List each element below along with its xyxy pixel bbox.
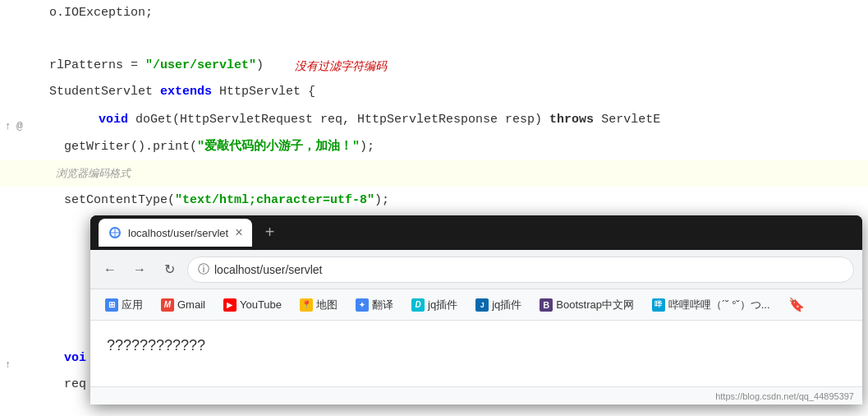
- jq-dict-icon: D: [411, 298, 425, 312]
- secure-icon: ⓘ: [198, 262, 209, 277]
- forward-button[interactable]: →: [128, 258, 151, 281]
- bookmark-bilibili-label: 哔哩哔哩（´˘ °˘）つ...: [668, 298, 770, 312]
- tab-close-button[interactable]: ×: [235, 226, 242, 239]
- code-req: req: [49, 372, 86, 398]
- keyword-extends: extends: [160, 79, 212, 105]
- address-url: localhost/user/servlet: [214, 263, 323, 276]
- bookmark-more[interactable]: 🔖: [782, 294, 811, 316]
- bookmark-translate[interactable]: ✦ 翻译: [349, 294, 400, 316]
- annotation-no-filter: 没有过滤字符编码: [295, 53, 387, 79]
- bookmark-translate-label: 翻译: [372, 298, 393, 312]
- code-string-7: "爱敲代码的小游子，加油！": [197, 134, 360, 160]
- bookmark-jq-dict-label: jq插件: [428, 298, 457, 312]
- browser-status-bar: https://blog.csdn.net/qq_44895397: [90, 386, 862, 404]
- back-button[interactable]: ←: [99, 258, 122, 281]
- code-vo: vo: [49, 345, 79, 372]
- code-line-9: setContentType("text/html;character=utf-…: [0, 187, 868, 214]
- bookmark-jq-dict[interactable]: D jq插件: [405, 294, 464, 316]
- code-text-9a: setContentType(: [49, 187, 175, 214]
- bookmark-apps[interactable]: ⊞ 应用: [99, 294, 149, 316]
- code-line-8: 浏览器编码格式: [0, 160, 868, 187]
- bookmark-apps-label: 应用: [122, 298, 143, 312]
- bookmark-bootstrap[interactable]: B Bootstrap中文网: [533, 294, 641, 316]
- code-string-3: "/user/servlet": [145, 53, 256, 79]
- code-line-4: StudentServlet extends HttpServlet {: [0, 79, 868, 105]
- bookmark-maps[interactable]: 📍 地图: [293, 294, 344, 316]
- code-string-9: "text/html;character=utf-8": [175, 187, 374, 214]
- globe-icon: [109, 227, 121, 238]
- code-text-3a: rlPatterns =: [49, 53, 145, 79]
- code-line-7: getWriter().print("爱敲代码的小游子，加油！");: [0, 134, 868, 160]
- refresh-button[interactable]: ↻: [158, 258, 181, 281]
- code-text-7a: getWriter().print(: [49, 134, 197, 160]
- code-line-3: rlPatterns = "/user/servlet") 没有过滤字符编码: [0, 53, 868, 79]
- bookmark-more-icon: 🔖: [788, 297, 805, 312]
- status-url: https://blog.csdn.net/qq_44895397: [715, 391, 854, 401]
- maps-icon: 📍: [300, 298, 313, 312]
- code-text-9b: );: [374, 187, 389, 214]
- address-bar[interactable]: ⓘ localhost/user/servlet: [187, 257, 854, 283]
- browser-tab-active[interactable]: localhost/user/servlet ×: [99, 219, 252, 247]
- code-text-4a: StudentServlet: [49, 79, 160, 105]
- bookmark-gmail-label: Gmail: [177, 298, 205, 311]
- bookmark-youtube-label: YouTube: [240, 298, 282, 311]
- apps-icon: ⊞: [105, 298, 118, 312]
- bootstrap-icon: B: [540, 298, 553, 312]
- bookmark-maps-label: 地图: [316, 298, 338, 312]
- bookmark-jq[interactable]: J jq插件: [469, 294, 528, 316]
- bookmark-gmail[interactable]: M Gmail: [154, 295, 212, 315]
- code-text: o.IOException;: [49, 0, 153, 26]
- code-i: i: [79, 345, 86, 372]
- browser-tabbar: localhost/user/servlet × +: [90, 215, 862, 250]
- bookmark-youtube[interactable]: ▶ YouTube: [217, 295, 288, 315]
- code-line-6: ↑ @ void doGet(HttpServletRequest req, H…: [0, 107, 868, 133]
- browser-page-content: ????????????: [107, 337, 205, 354]
- code-text-3b: ): [256, 53, 278, 79]
- browser-toolbar: ← → ↻ ⓘ localhost/user/servlet: [90, 250, 862, 289]
- bookmark-bilibili[interactable]: 哔 哔哩哔哩（´˘ °˘）つ...: [645, 294, 777, 316]
- new-tab-button[interactable]: +: [255, 219, 283, 247]
- tab-title: localhost/user/servlet: [128, 227, 228, 239]
- code-line-1: o.IOException;: [0, 0, 868, 26]
- jq-icon: J: [475, 298, 489, 312]
- code-line-2: [0, 26, 868, 53]
- bookmark-bootstrap-label: Bootstrap中文网: [556, 298, 634, 312]
- bilibili-icon: 哔: [652, 298, 665, 312]
- youtube-icon: ▶: [223, 298, 237, 312]
- code-void: void doGet(HttpServletRequest req, HttpS…: [49, 107, 660, 133]
- bookmark-jq-label: jq插件: [492, 298, 521, 312]
- gmail-icon: M: [161, 298, 174, 312]
- translate-icon: ✦: [356, 298, 369, 312]
- browser-encoding-comment: 浏览器编码格式: [56, 160, 131, 187]
- browser-content: ????????????: [90, 321, 862, 386]
- browser-popup: localhost/user/servlet × + ← → ↻ ⓘ local…: [90, 215, 862, 404]
- code-text-4b: HttpServlet {: [212, 79, 315, 105]
- code-text-7b: );: [360, 134, 374, 160]
- tab-favicon: [108, 226, 122, 239]
- browser-bookmarks: ⊞ 应用 M Gmail ▶ YouTube 📍 地图 ✦ 翻译 D jq插件: [90, 289, 862, 321]
